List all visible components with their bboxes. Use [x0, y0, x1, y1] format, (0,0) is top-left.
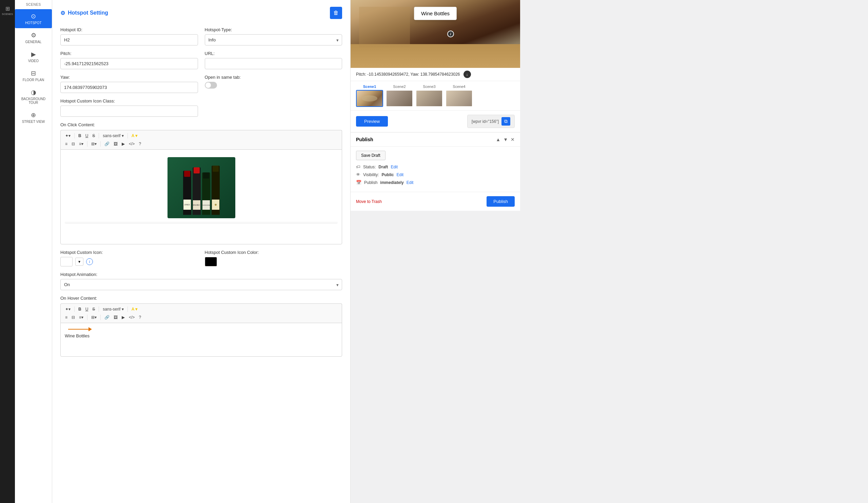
sidebar-item-street-view[interactable]: ⊕ STREET VIEW [15, 108, 52, 127]
align-btn[interactable]: ≡▾ [77, 141, 85, 147]
scene-tab-3[interactable]: Scene3 [416, 84, 443, 107]
hover-bold-btn[interactable]: B [76, 306, 83, 313]
sidebar-item-video[interactable]: ▶ VIDEO [15, 47, 52, 66]
link-btn[interactable]: 🔗 [103, 141, 111, 147]
icon-dropdown-btn[interactable]: ▾ [75, 258, 83, 266]
url-input[interactable] [205, 58, 342, 69]
bottle2-label: MALBEC [193, 200, 200, 210]
hotspot-id-type-row: Hotspot ID: Hotspot-Type: Info URL Scene… [60, 27, 342, 46]
background-tour-icon: ◑ [31, 89, 36, 96]
hover-table-btn[interactable]: ⊞▾ [90, 314, 98, 321]
hover-ol-btn[interactable]: ⊟ [70, 314, 76, 321]
publish-header: Publish ▲ ▼ ✕ [351, 133, 520, 147]
floor [351, 44, 520, 68]
hover-font-btn[interactable]: sans-serif ▾ [101, 306, 125, 313]
publish-collapse-up[interactable]: ▲ [496, 137, 500, 142]
scene2-label: Scene2 [393, 84, 405, 89]
hover-image-btn[interactable]: 🖼 [112, 314, 119, 321]
scene-thumb-1-img [357, 91, 382, 106]
move-to-trash-link[interactable]: Move to Trash [356, 199, 382, 204]
underline-btn[interactable]: U [84, 132, 90, 139]
hotspot-type-select[interactable]: Info URL Scene Video [205, 34, 342, 46]
visibility-edit[interactable]: Edit [396, 172, 403, 177]
color-swatch[interactable] [205, 257, 217, 266]
publish-submit-button[interactable]: Publish [487, 196, 515, 207]
scene-tab-2[interactable]: Scene2 [386, 84, 413, 107]
scene-tab-1[interactable]: Scene1 [356, 84, 383, 107]
publish-time-edit[interactable]: Edit [406, 180, 414, 185]
settings-panel: ⚙ Hotspot Setting 🗑 Hotspot ID: Hotspot-… [52, 0, 351, 503]
publish-footer: Move to Trash Publish [351, 192, 520, 211]
custom-icon-class-input[interactable] [60, 105, 198, 117]
editor-bottom-fade [65, 221, 338, 224]
animation-section: Hotspot Animation: On Off [60, 272, 342, 290]
pitch-input[interactable] [60, 58, 198, 69]
hover-underline-btn[interactable]: U [84, 306, 90, 313]
hover-link-btn[interactable]: 🔗 [103, 314, 111, 321]
ol-btn[interactable]: ⊟ [70, 141, 76, 147]
hover-media-btn[interactable]: ▶ [120, 314, 126, 321]
scene-thumb-1[interactable] [356, 90, 383, 107]
pitch-yaw-text: Pitch: -10.145380942659472, Yaw: 138.798… [356, 72, 460, 77]
scene-thumb-2[interactable] [386, 90, 413, 107]
sep3 [127, 133, 128, 139]
status-edit[interactable]: Edit [391, 164, 398, 169]
hover-code-btn[interactable]: </> [127, 314, 136, 321]
arrow-indicator [68, 327, 338, 331]
help-btn[interactable]: ? [137, 141, 143, 147]
icon-info-btn[interactable]: i [86, 258, 93, 265]
save-draft-button[interactable]: Save Draft [356, 151, 385, 160]
publish-close[interactable]: ✕ [510, 137, 515, 142]
sidebar-item-floor-plan[interactable]: ⊟ FLOOR PLAN [15, 66, 52, 85]
font-color-btn[interactable]: A ▾ [130, 132, 140, 139]
open-in-same-tab-toggle[interactable] [205, 82, 217, 89]
hover-ul-btn[interactable]: ≡ [63, 314, 69, 321]
hotspot-dot[interactable] [447, 31, 454, 37]
scene-preview: Wine Bottles [351, 0, 520, 68]
bottles-row: JONES MALBEC BOURGOGNE [183, 164, 220, 215]
background-tour-label: BACKGROUND TOUR [16, 97, 51, 104]
table-btn[interactable]: ⊞▾ [90, 141, 98, 147]
hover-strike-btn[interactable]: S [91, 306, 97, 313]
preview-button[interactable]: Preview [356, 116, 388, 127]
bold-btn[interactable]: B [76, 132, 83, 139]
hover-sep4 [87, 315, 87, 320]
sidebar-item-background-tour[interactable]: ◑ BACKGROUND TOUR [15, 85, 52, 108]
magic-btn[interactable]: ✦▾ [63, 132, 72, 139]
media-btn[interactable]: ▶ [120, 141, 126, 147]
font-select-btn[interactable]: sans-serif ▾ [101, 132, 125, 139]
on-click-editor-area[interactable]: JONES MALBEC BOURGOGNE [60, 149, 342, 244]
image-btn[interactable]: 🖼 [112, 141, 119, 147]
publish-title: Publish [356, 137, 373, 142]
sidebar-item-hotspot[interactable]: ⊙ HOTSPOT [15, 9, 52, 28]
scene-thumb-3[interactable] [416, 90, 443, 107]
hover-color-btn[interactable]: A ▾ [130, 306, 140, 313]
yaw-input[interactable] [60, 82, 198, 93]
ul-btn[interactable]: ≡ [63, 141, 69, 147]
hover-align-btn[interactable]: ≡▾ [77, 314, 85, 321]
visibility-label: Visibility: [363, 172, 379, 177]
general-label: GENERAL [25, 40, 42, 44]
copy-shortcode-btn[interactable]: ⧉ [502, 117, 510, 125]
strikethrough-btn[interactable]: S [91, 132, 97, 139]
code-btn[interactable]: </> [127, 141, 136, 147]
hover-help-btn[interactable]: ? [137, 314, 143, 321]
hotspot-type-group: Hotspot-Type: Info URL Scene Video [205, 27, 342, 46]
download-btn[interactable]: ↓ [464, 71, 471, 78]
animation-select[interactable]: On Off [60, 279, 342, 290]
sidebar-item-general[interactable]: ⚙ GENERAL [15, 28, 52, 47]
street-view-icon: ⊕ [31, 111, 36, 119]
publish-collapse-down[interactable]: ▼ [503, 137, 508, 142]
scene-tab-4[interactable]: Scene4 [445, 84, 473, 107]
floor-plan-icon: ⊟ [31, 70, 36, 77]
scene-thumb-4[interactable] [445, 90, 473, 107]
hotspot-id-input[interactable] [60, 34, 198, 46]
hotspot-type-label: Hotspot-Type: [205, 27, 342, 32]
url-group: URL: [205, 51, 342, 69]
video-label: VIDEO [28, 59, 39, 63]
delete-button[interactable]: 🗑 [330, 7, 342, 19]
hover-magic-btn[interactable]: ✦▾ [63, 306, 72, 313]
sidebar-item-scenes[interactable]: ⊞ SCENES [1, 3, 14, 18]
icon-custom-row: ▾ i [60, 257, 198, 266]
on-hover-editor-area[interactable]: Wine Bottles [60, 323, 342, 357]
